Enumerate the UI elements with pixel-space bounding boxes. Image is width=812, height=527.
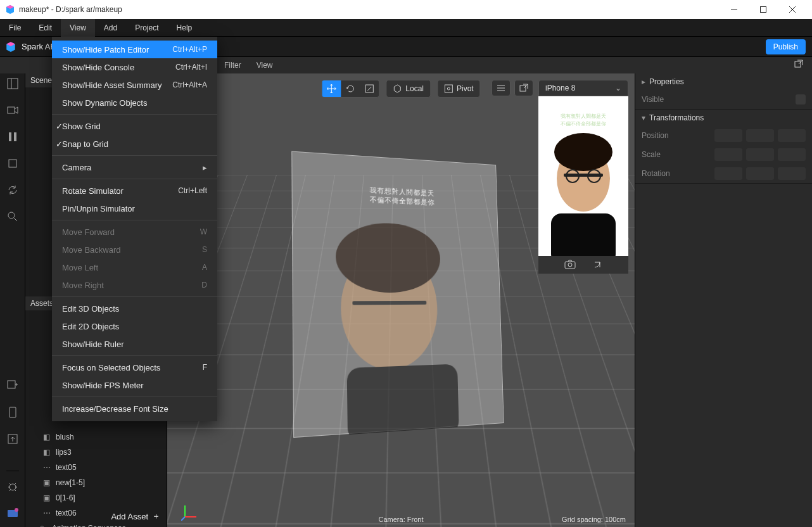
sim-popout-icon[interactable]	[514, 80, 533, 96]
rail-camera-icon[interactable]	[6, 104, 19, 117]
secbar-filter[interactable]: Filter	[224, 61, 241, 70]
asset-item[interactable]: ⋯text05	[25, 460, 167, 475]
window-titlebar: makeup* - D:/spark ar/makeup	[0, 0, 812, 19]
menu-item-label: Move Forward	[62, 227, 115, 237]
menu-item[interactable]: Show/Hide Patch EditorCtrl+Alt+P	[52, 41, 217, 58]
rail-device-icon[interactable]	[6, 406, 19, 419]
menu-item[interactable]: ✓Show Grid	[52, 117, 217, 135]
prop-visible-checkbox[interactable]	[796, 94, 806, 105]
menu-item[interactable]: ✓Snap to Grid	[52, 135, 217, 153]
menu-help[interactable]: Help	[168, 19, 201, 37]
sim-rotate-icon[interactable]	[592, 260, 602, 270]
viewport-plane: 我有想對人間都是天 不偏不倚全部都是你	[291, 151, 504, 438]
rot-y[interactable]	[746, 167, 774, 180]
pivot-mode[interactable]: Pivot	[438, 80, 480, 97]
menu-item[interactable]: Camera▸	[52, 158, 217, 176]
window-maximize[interactable]	[749, 0, 778, 19]
texture-icon: ◧	[43, 433, 52, 441]
rail-upload-icon[interactable]	[6, 433, 19, 445]
sim-capture-icon[interactable]	[564, 260, 576, 270]
folder-icon: 🗀	[39, 524, 48, 527]
menu-shortcut: Ctrl+Left	[178, 186, 207, 195]
asset-item[interactable]: ◧blush	[25, 429, 167, 445]
window-close[interactable]	[778, 0, 807, 19]
menu-item[interactable]: Show Dynamic Objects	[52, 94, 217, 111]
properties-header[interactable]: ▸Properties	[635, 73, 812, 90]
asset-label: lips3	[56, 448, 72, 457]
menu-item[interactable]: Edit 3D Objects	[52, 300, 217, 317]
menu-item[interactable]: Show/Hide Asset SummaryCtrl+Alt+A	[52, 76, 217, 94]
menu-item[interactable]: Pin/Unpin Simulator	[52, 200, 217, 217]
text-icon: ⋯	[43, 509, 52, 517]
submenu-arrow-icon: ▸	[203, 163, 207, 172]
asset-item[interactable]: ▣new[1-5]	[25, 475, 167, 490]
menu-separator	[52, 397, 217, 397]
menu-item[interactable]: Show/Hide Ruler	[52, 335, 217, 353]
coord-local[interactable]: Local	[386, 80, 430, 97]
properties-panel: ▸Properties Visible ▾Transformations Pos…	[635, 73, 812, 527]
rail-pause-icon[interactable]	[6, 130, 19, 143]
menu-shortcut: Ctrl+Alt+P	[172, 45, 207, 54]
asset-item[interactable]: ◧lips3	[25, 445, 167, 460]
menu-shortcut: Ctrl+Alt+I	[175, 63, 207, 72]
sim-settings-icon[interactable]	[492, 80, 511, 96]
menu-project[interactable]: Project	[126, 19, 167, 37]
publish-button[interactable]: Publish	[766, 39, 806, 54]
prop-scale-row: Scale	[635, 145, 812, 164]
rot-z[interactable]	[778, 167, 806, 180]
scale-y[interactable]	[746, 148, 774, 161]
menu-file[interactable]: File	[0, 19, 30, 37]
scale-z[interactable]	[778, 148, 806, 161]
transformations-header[interactable]: ▾Transformations	[635, 110, 812, 126]
menu-edit[interactable]: Edit	[30, 19, 61, 37]
asset-item[interactable]: ▣0[1-6]	[25, 490, 167, 505]
rot-x[interactable]	[714, 167, 742, 180]
pos-z[interactable]	[778, 129, 806, 142]
menu-separator	[52, 296, 217, 297]
rail-stop-icon[interactable]	[6, 157, 19, 170]
rail-refresh-icon[interactable]	[6, 184, 19, 196]
rail-layout-icon[interactable]	[6, 77, 19, 90]
viewport-3d[interactable]: 我有想對人間都是天 不偏不倚全部都是你 Local Pivot	[167, 73, 635, 527]
image-icon: ▣	[43, 478, 52, 487]
svg-point-18	[10, 484, 16, 490]
svg-rect-7	[8, 107, 15, 113]
pos-x[interactable]	[714, 129, 742, 142]
rail-library-icon[interactable]	[6, 507, 19, 519]
tool-rotate[interactable]	[341, 80, 360, 97]
pos-y[interactable]	[746, 129, 774, 142]
texture-icon: ◧	[43, 448, 52, 457]
menu-view[interactable]: View	[61, 19, 95, 37]
window-minimize[interactable]	[720, 0, 749, 19]
menu-add[interactable]: Add	[95, 19, 126, 37]
menu-item[interactable]: Increase/Decrease Font Size	[52, 400, 217, 417]
rail-search-icon[interactable]	[6, 210, 19, 223]
secbar-view[interactable]: View	[257, 61, 273, 70]
menu-item[interactable]: Show/Hide FPS Meter	[52, 376, 217, 394]
rail-bug-icon[interactable]	[6, 480, 19, 493]
tool-move[interactable]	[322, 80, 341, 97]
svg-point-48	[568, 263, 572, 267]
tool-scale[interactable]	[360, 80, 379, 97]
menu-item[interactable]: Rotate SimulatorCtrl+Left	[52, 182, 217, 200]
menu-item[interactable]: Show/Hide ConsoleCtrl+Alt+I	[52, 58, 217, 76]
menu-item: Move RightD	[52, 276, 217, 294]
image-icon: ▣	[43, 493, 52, 502]
popout-icon[interactable]	[794, 60, 803, 68]
plus-icon: ＋	[152, 511, 160, 522]
menu-item[interactable]: Edit 2D Objects	[52, 317, 217, 335]
menu-separator	[52, 155, 217, 156]
menu-item-label: Move Right	[62, 281, 104, 290]
scale-x[interactable]	[714, 148, 742, 161]
simulator-panel: iPhone 8 ⌄ 我有想對人間都是天 不偏不倚全部都是你	[538, 80, 628, 274]
rail-add-panel-icon[interactable]	[6, 379, 19, 392]
menu-item-label: Show Dynamic Objects	[62, 98, 147, 108]
add-asset-button[interactable]: Add Asset ＋	[111, 511, 160, 522]
asset-label: text06	[56, 509, 77, 517]
menu-item: Move ForwardW	[52, 223, 217, 241]
menu-shortcut: W	[200, 227, 207, 236]
brand-name: Spark AR	[22, 42, 56, 51]
simulator-device-select[interactable]: iPhone 8 ⌄	[538, 80, 628, 96]
asset-label: text05	[56, 463, 77, 472]
menu-item[interactable]: Focus on Selected ObjectsF	[52, 359, 217, 376]
